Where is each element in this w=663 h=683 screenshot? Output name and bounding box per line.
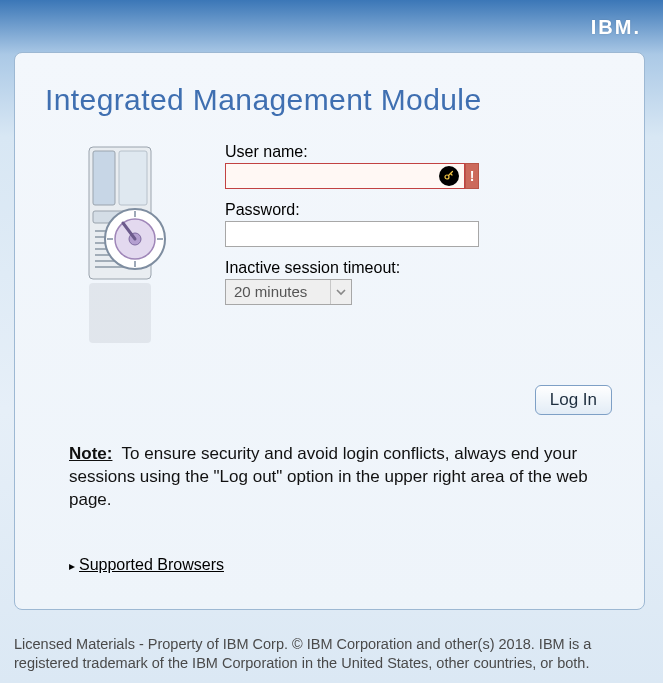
login-form: User name: ! Password:: [225, 141, 616, 305]
server-illustration: [43, 141, 193, 351]
security-note: Note: To ensure security and avoid login…: [43, 443, 616, 512]
svg-rect-1: [93, 151, 115, 205]
page-title: Integrated Management Module: [45, 83, 616, 117]
supported-browsers-toggle[interactable]: Supported Browsers: [69, 556, 224, 573]
footer-legal: Licensed Materials - Property of IBM Cor…: [14, 635, 649, 673]
login-panel: Integrated Management Module: [14, 52, 645, 610]
svg-rect-2: [119, 151, 147, 205]
supported-browsers-row: Supported Browsers: [43, 556, 616, 574]
password-input-wrap: [225, 221, 479, 247]
ibm-logo: IBM.: [591, 16, 641, 39]
timeout-label: Inactive session timeout:: [225, 259, 616, 277]
login-button[interactable]: Log In: [535, 385, 612, 415]
login-button-row: Log In: [43, 385, 616, 415]
timeout-select[interactable]: 20 minutes: [225, 279, 352, 305]
username-input[interactable]: [225, 163, 465, 189]
note-text: To ensure security and avoid login confl…: [69, 444, 588, 509]
username-label: User name:: [225, 143, 616, 161]
username-input-wrap: !: [225, 163, 479, 189]
page-root: IBM. Integrated Management Module: [0, 0, 663, 683]
note-label: Note:: [69, 444, 112, 463]
password-input[interactable]: [225, 221, 479, 247]
timeout-value: 20 minutes: [226, 280, 330, 304]
login-body: User name: ! Password:: [43, 141, 616, 351]
svg-rect-19: [89, 283, 151, 343]
password-label: Password:: [225, 201, 616, 219]
error-icon: !: [465, 163, 479, 189]
chevron-down-icon: [330, 280, 351, 304]
